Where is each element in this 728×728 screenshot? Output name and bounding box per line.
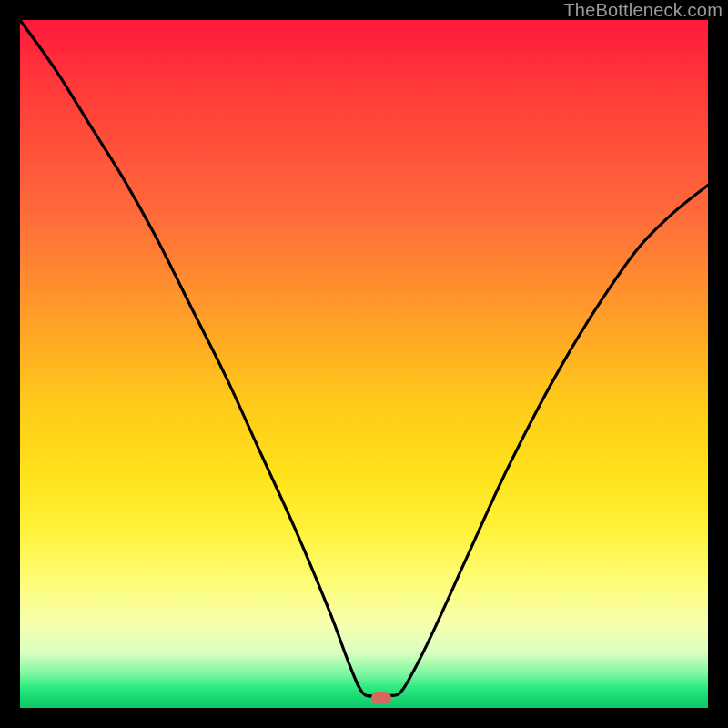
bottleneck-marker (371, 692, 391, 704)
plot-area (20, 20, 708, 708)
chart-frame: TheBottleneck.com (0, 0, 728, 728)
bottleneck-curve (20, 20, 708, 696)
curve-svg (20, 20, 708, 708)
watermark-text: TheBottleneck.com (563, 0, 723, 21)
